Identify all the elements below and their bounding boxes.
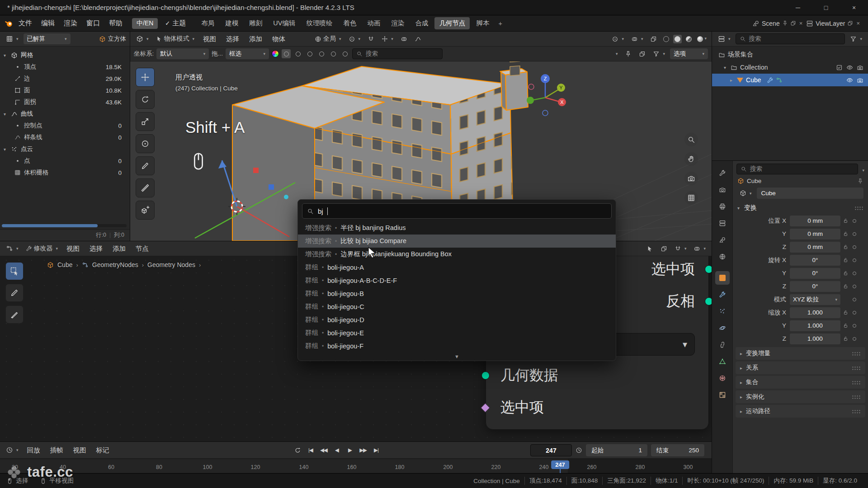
value-field[interactable]: 1.000 [790, 320, 840, 331]
zoom-icon[interactable] [684, 133, 698, 146]
tab-physics[interactable] [715, 321, 730, 335]
menu-file[interactable]: 文件 [14, 17, 36, 29]
lock-icon[interactable] [840, 244, 850, 250]
viewlayer-selector[interactable]: ViewLayer × [806, 20, 861, 27]
view-mode-dropdown[interactable] [612, 50, 620, 57]
close-button[interactable]: × [840, 0, 868, 15]
select-mode-button-1[interactable] [282, 49, 291, 58]
lock-icon[interactable] [840, 270, 850, 276]
spreadsheet-row-faces[interactable]: 面10.8K [0, 84, 130, 96]
panel-grip-icon[interactable] [854, 206, 863, 210]
result-item[interactable]: 群组•boli-jiegou-D [298, 313, 616, 326]
more-results-indicator[interactable]: ▼ [298, 352, 616, 359]
animate-dot-icon[interactable] [850, 272, 859, 275]
timeline-ruler[interactable]: 20 40 60 80 100 120 140 160 180 200 220 … [0, 459, 712, 473]
scene-selector[interactable]: Scene × [752, 20, 803, 27]
spreadsheet-row-vertices[interactable]: 顶点18.5K [0, 61, 130, 73]
add-cube-tool-button[interactable] [136, 201, 155, 220]
result-item[interactable]: 群组•boli-jiegou-A [298, 261, 616, 274]
evaluation-state-dropdown[interactable]: 已解算 [24, 33, 71, 44]
overlays-dropdown[interactable] [691, 244, 708, 253]
properties-search-input[interactable]: 搜索 [736, 164, 858, 174]
result-item[interactable]: 群组•boli-jiegou-F [298, 339, 616, 352]
section-delta-transform[interactable]: 变换增量 [736, 347, 865, 360]
shading-wireframe-button[interactable] [662, 35, 670, 43]
proportional-falloff-icon[interactable] [412, 34, 424, 44]
prev-keyframe-button[interactable]: ◀◀ [318, 444, 330, 456]
value-field[interactable]: 0° [790, 255, 840, 266]
result-item[interactable]: 增强搜索•边界框 bjk bianjiekuang Bounding Box [298, 248, 616, 261]
workspace-tab-sculpting[interactable]: 雕刻 [245, 17, 267, 29]
proportional-editing-toggle[interactable] [398, 34, 410, 44]
sync-icon[interactable] [292, 444, 303, 456]
boolean-field-socket-input[interactable] [481, 403, 490, 413]
current-frame-field[interactable]: 247 [530, 444, 572, 456]
lock-icon[interactable] [840, 310, 850, 315]
node-menu-node[interactable]: 节点 [132, 243, 152, 254]
tab-object[interactable] [715, 271, 730, 285]
modifier-wrench-icon[interactable] [767, 77, 774, 84]
lock-icon[interactable] [840, 283, 850, 289]
menu-window[interactable]: 窗口 [82, 17, 104, 29]
tab-material[interactable] [715, 371, 730, 385]
camera-render-icon[interactable] [857, 77, 863, 84]
workspace-tab-geometry-nodes[interactable]: 几何节点 [434, 17, 470, 29]
workspace-tab-shading[interactable]: 着色 [339, 17, 361, 29]
object-type-icon[interactable] [737, 188, 754, 198]
tab-texture[interactable] [715, 388, 730, 402]
shading-rendered-button[interactable] [696, 35, 708, 43]
tab-world[interactable] [715, 250, 730, 263]
tweak-tool-button[interactable] [136, 68, 155, 87]
ortho-grid-icon[interactable] [684, 191, 698, 205]
transform-panel-header[interactable]: 变换 [733, 201, 868, 214]
transform-tool-button[interactable] [136, 134, 155, 153]
animate-dot-icon[interactable] [850, 285, 859, 288]
lock-icon[interactable] [840, 257, 850, 263]
spreadsheet-row-curves[interactable]: 曲线 [0, 108, 130, 120]
lock-icon[interactable] [840, 336, 850, 342]
play-button[interactable]: ▶ [344, 444, 356, 456]
result-item[interactable]: 群组•boli-jiegou-E [298, 326, 616, 339]
workspace-tab-scripting[interactable]: 脚本 [472, 17, 494, 29]
use-nodes-icon[interactable] [644, 244, 656, 253]
color-swatch[interactable] [272, 50, 279, 57]
animate-dot-icon[interactable] [850, 298, 859, 301]
measure-tool-button[interactable] [136, 178, 155, 197]
outliner-item-collection[interactable]: Collection [712, 61, 868, 74]
value-field[interactable]: 0 mm [790, 216, 840, 226]
timeline-menu-markers[interactable]: 标记 [93, 445, 113, 456]
spreadsheet-row-points[interactable]: 点0 [0, 155, 130, 167]
drag-mode-dropdown[interactable]: 框选 [226, 48, 269, 59]
editor-type-button[interactable] [4, 34, 21, 44]
playhead[interactable]: 247 [551, 460, 569, 473]
result-item[interactable]: 群组•boli-jiegou-B [298, 287, 616, 300]
tab-render[interactable] [715, 183, 730, 197]
value-field[interactable]: 0° [790, 281, 840, 292]
breadcrumb-modifier[interactable]: GeometryNodes [92, 261, 138, 268]
spreadsheet-row-volume-grids[interactable]: 体积栅格0 [0, 167, 130, 178]
minimize-button[interactable]: ─ [784, 0, 812, 15]
annotate-tool-button[interactable] [136, 156, 155, 175]
bookmark-icon[interactable] [623, 49, 634, 59]
spreadsheet-row-control-points[interactable]: 控制点0 [0, 120, 130, 131]
jump-to-end-button[interactable]: ▶| [370, 444, 382, 456]
result-item[interactable]: 群组•boli-jiegou-C [298, 300, 616, 313]
value-field[interactable]: 0 mm [790, 242, 840, 253]
eye-icon[interactable] [846, 77, 853, 84]
orientation-dropdown[interactable]: 默认 [156, 48, 209, 59]
section-collections[interactable]: 集合 [736, 376, 865, 389]
value-field[interactable]: 0 mm [790, 229, 840, 239]
snapping-dropdown[interactable] [672, 244, 689, 253]
play-reverse-button[interactable]: ◀ [331, 444, 343, 456]
spreadsheet-scrollbar[interactable] [2, 224, 127, 227]
eye-icon[interactable] [846, 64, 853, 71]
node-menu-view[interactable]: 视图 [63, 243, 83, 254]
viewport-menu-select[interactable]: 选择 [222, 33, 243, 45]
timeline-menu-view[interactable]: 视图 [70, 445, 90, 456]
frame-start-field[interactable]: 起始1 [586, 444, 647, 456]
animate-dot-icon[interactable] [850, 311, 859, 314]
spreadsheet-row-pointcloud[interactable]: 点云 [0, 143, 130, 155]
workspace-tab-layout[interactable]: 布局 [197, 17, 219, 29]
maximize-button[interactable]: □ [812, 0, 840, 15]
rotation-mode-dropdown[interactable]: XYZ 欧拉 [790, 294, 840, 305]
